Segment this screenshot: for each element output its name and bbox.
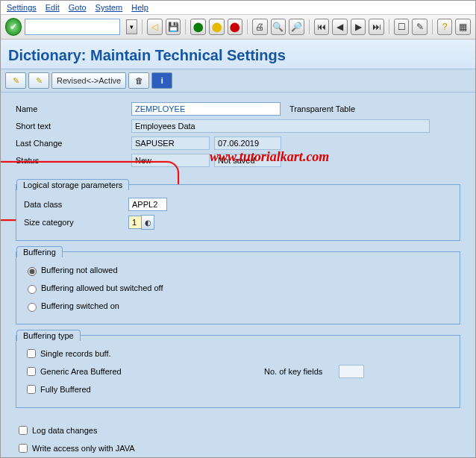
check-label-java: Write access only with JAVA — [32, 444, 135, 453]
storage-legend: Logical storage parameters — [16, 179, 129, 190]
find-next-button[interactable]: 🔎 — [289, 19, 304, 35]
toolbar-separator — [247, 19, 248, 34]
prev-page-button[interactable]: ◀ — [332, 19, 348, 35]
command-dropdown[interactable]: ▾ — [126, 19, 137, 34]
radio-label-not-allowed: Buffering not allowed — [41, 266, 118, 275]
delete-button[interactable]: 🗑 — [128, 72, 149, 89]
application-toolbar: ✔ ▾ ◁ 💾 ⬤ ⬤ ⬤ 🖨 🔍 🔎 ⏮ ◀ ▶ ⏭ ☐ ✎ ? ▦ — [1, 15, 475, 40]
watermark: www.tutorialkart.com — [210, 149, 329, 165]
shortcut-button[interactable]: ✎ — [412, 19, 428, 35]
radio-buffering-on[interactable] — [28, 303, 37, 312]
menu-bar: Settings Edit Goto System Help — [1, 1, 475, 15]
sizecat-field[interactable]: 1 — [128, 216, 142, 229]
app-window: Settings Edit Goto System Help ✔ ▾ ◁ 💾 ⬤… — [0, 0, 476, 458]
check-single-records[interactable] — [27, 349, 36, 358]
shorttext-value: Employees Data — [131, 119, 430, 133]
nokey-label: No. of key fields — [264, 367, 322, 376]
save-button[interactable]: 💾 — [166, 19, 181, 35]
f4-help-icon[interactable]: ◐ — [141, 215, 154, 230]
menu-settings[interactable]: Settings — [7, 3, 37, 12]
sizecat-label: Size category — [24, 218, 128, 227]
new-session-button[interactable]: ☐ — [394, 19, 410, 35]
buffering-legend: Buffering — [16, 246, 63, 257]
nokey-field[interactable] — [339, 365, 364, 378]
nav-exit-button[interactable]: ⬤ — [209, 19, 225, 35]
lastchange-date: 07.06.2019 — [214, 137, 281, 150]
buffering-type-legend: Buffering type — [16, 330, 81, 341]
print-button[interactable]: 🖨 — [252, 19, 268, 35]
name-label: Name — [16, 104, 131, 113]
storage-groupbox: Logical storage parameters Data class AP… — [16, 184, 460, 241]
menu-help[interactable]: Help — [131, 3, 148, 12]
radio-label-on: Buffering switched on — [41, 301, 119, 310]
activate-button[interactable]: ✎ — [28, 72, 49, 89]
content-area: Name ZEMPLOYEE Transparent Table Short t… — [1, 92, 475, 458]
last-page-button[interactable]: ⏭ — [369, 19, 384, 35]
lastchange-label: Last Change — [16, 139, 131, 148]
status-value: New — [131, 154, 210, 167]
menu-edit[interactable]: Edit — [46, 3, 60, 12]
check-label-single: Single records buff. — [40, 349, 111, 358]
radio-label-allowed-off: Buffering allowed but switched off — [41, 283, 163, 292]
check-label-fully: Fully Buffered — [40, 385, 91, 394]
name-type-label: Transparent Table — [289, 104, 355, 113]
toolbar-separator — [185, 19, 186, 34]
menu-goto[interactable]: Goto — [69, 3, 87, 12]
toolbar-separator — [142, 19, 143, 34]
next-page-button[interactable]: ▶ — [351, 19, 366, 35]
check-button[interactable]: ✎ — [5, 72, 26, 89]
nav-back-button[interactable]: ⬤ — [190, 19, 206, 35]
command-field[interactable] — [25, 19, 120, 35]
status-label: Status — [16, 156, 131, 165]
menu-system[interactable]: System — [95, 3, 123, 12]
check-write-java[interactable] — [19, 444, 28, 453]
radio-buffering-not-allowed[interactable] — [28, 267, 37, 276]
page-title: Dictionary: Maintain Technical Settings — [1, 40, 475, 69]
check-generic-area[interactable] — [27, 367, 36, 376]
buffering-groupbox: Buffering Buffering not allowed Bufferin… — [16, 251, 460, 324]
check-label-generic: Generic Area Buffered — [40, 367, 264, 376]
layout-button[interactable]: ▦ — [455, 19, 471, 35]
check-fully-buffered[interactable] — [27, 385, 36, 394]
name-value: ZEMPLOYEE — [131, 102, 281, 116]
revised-active-button[interactable]: Revised<->Active — [51, 72, 126, 89]
enter-button[interactable]: ✔ — [5, 18, 22, 36]
first-page-button[interactable]: ⏮ — [314, 19, 330, 35]
lastchange-user: SAPUSER — [131, 137, 210, 150]
sub-toolbar: ✎ ✎ Revised<->Active 🗑 i — [1, 69, 475, 92]
radio-buffering-allowed-off[interactable] — [28, 285, 37, 294]
shorttext-label: Short text — [16, 122, 131, 131]
nav-cancel-button[interactable]: ⬤ — [228, 19, 243, 35]
check-log-data-changes[interactable] — [19, 426, 28, 435]
toolbar-separator — [432, 19, 433, 34]
info-button[interactable]: i — [151, 72, 172, 89]
dataclass-label: Data class — [24, 200, 128, 209]
help-button[interactable]: ? — [437, 19, 453, 35]
buffering-type-groupbox: Buffering type Single records buff. Gene… — [16, 335, 460, 408]
toolbar-separator — [389, 19, 389, 34]
toolbar-separator — [309, 19, 310, 34]
find-button[interactable]: 🔍 — [271, 19, 286, 35]
dataclass-field[interactable]: APPL2 — [128, 198, 167, 211]
back-button[interactable]: ◁ — [147, 19, 163, 35]
check-label-log: Log data changes — [32, 426, 97, 435]
